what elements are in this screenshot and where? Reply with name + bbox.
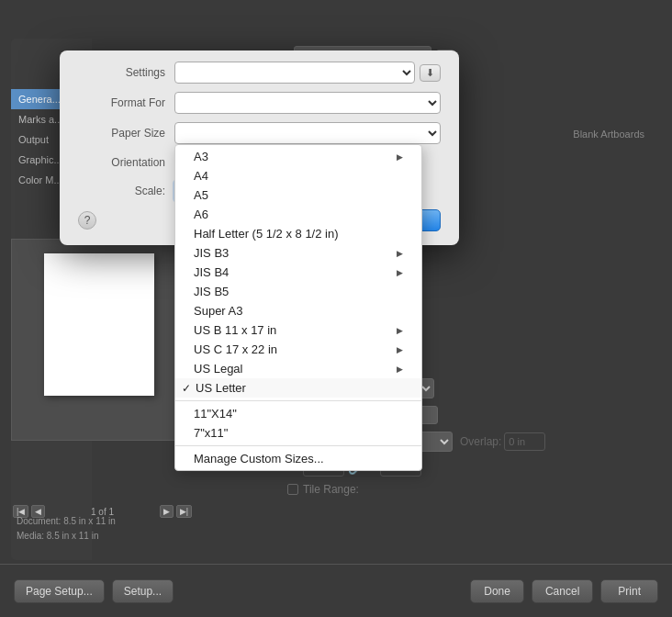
print-button[interactable]: Print — [600, 579, 658, 603]
setup-button[interactable]: Setup... — [112, 579, 174, 603]
preview-paper — [44, 253, 154, 396]
dialog-settings-icon[interactable]: ⬇ — [420, 64, 441, 82]
menu-item-manage[interactable]: Manage Custom Sizes... — [175, 449, 421, 468]
menu-item-a5[interactable]: A5 — [175, 185, 421, 205]
document-size: Document: 8.5 in x 11 in — [17, 514, 116, 529]
dialog-body: Settings ⬇ Format For Paper Size A3 ▶ A4… — [60, 50, 459, 201]
dialog-paper-size-label: Paper Size — [78, 127, 165, 140]
menu-separator-2 — [175, 445, 421, 446]
checkmark-icon: ✓ — [182, 382, 191, 395]
menu-item-usb[interactable]: US B 11 x 17 in ▶ — [175, 320, 421, 340]
menu-item-usc[interactable]: US C 17 x 22 in ▶ — [175, 340, 421, 359]
dialog-settings-row: Settings ⬇ — [78, 62, 441, 84]
menu-item-jisb4[interactable]: JIS B4 ▶ — [175, 263, 421, 282]
done-button[interactable]: Done — [470, 579, 524, 603]
menu-item-a3[interactable]: A3 ▶ — [175, 147, 421, 166]
dialog-paper-size-select[interactable] — [174, 122, 441, 144]
blank-artboards-label: Blank Artboards — [573, 129, 644, 140]
menu-item-usletter[interactable]: ✓ US Letter — [175, 378, 421, 398]
dialog-scale-label: Scale: — [78, 185, 165, 197]
dialog-format-label: Format For — [78, 96, 165, 109]
dialog-orientation-label: Orientation — [78, 156, 165, 169]
nav-next-btn[interactable]: ▶ — [160, 505, 174, 518]
menu-item-a6[interactable]: A6 — [175, 205, 421, 224]
menu-item-7x11[interactable]: 7"x11" — [175, 423, 421, 443]
paper-size-dropdown: A3 ▶ A4 A5 A6 Half Letter (5 1/2 x 8 1/2… — [174, 144, 422, 471]
tile-range-checkbox[interactable] — [287, 484, 298, 495]
menu-separator-1 — [175, 400, 421, 401]
nav-last-btn[interactable]: ▶| — [176, 505, 192, 518]
tile-range-row: Tile Range: — [197, 483, 658, 496]
arrow-icon-uslegal: ▶ — [397, 365, 403, 374]
menu-item-11x14[interactable]: 11"X14" — [175, 404, 421, 423]
overlap-label: Overlap: — [460, 435, 501, 448]
tile-range-label: Tile Range: — [303, 483, 359, 496]
dialog-format-select[interactable] — [174, 92, 441, 114]
menu-item-uslegal[interactable]: US Legal ▶ — [175, 359, 421, 378]
dialog-format-row: Format For — [78, 92, 441, 114]
dialog-settings-select[interactable] — [174, 62, 415, 84]
menu-item-jisb5[interactable]: JIS B5 — [175, 282, 421, 301]
help-button[interactable]: ? — [78, 211, 96, 230]
arrow-icon-jisb3: ▶ — [397, 249, 403, 258]
arrow-icon: ▶ — [397, 152, 403, 162]
overlap-field[interactable] — [504, 432, 545, 451]
arrow-icon-usb: ▶ — [397, 326, 403, 335]
arrow-icon-jisb4: ▶ — [397, 268, 403, 277]
menu-item-jisb3[interactable]: JIS B3 ▶ — [175, 243, 421, 263]
arrow-icon-usc: ▶ — [397, 345, 403, 354]
preview-area — [11, 239, 190, 441]
doc-info: Document: 8.5 in x 11 in Media: 8.5 in x… — [17, 514, 116, 544]
media-size: Media: 8.5 in x 11 in — [17, 529, 116, 544]
bottom-bar: Page Setup... Setup... Done Cancel Print — [0, 564, 672, 617]
menu-item-half-letter[interactable]: Half Letter (5 1/2 x 8 1/2 in) — [175, 224, 421, 243]
dialog-paper-size-row: Paper Size A3 ▶ A4 A5 A6 Half Letter (5 … — [78, 122, 441, 144]
dialog-settings-label: Settings — [78, 66, 165, 79]
print-dialog: Settings ⬇ Format For Paper Size A3 ▶ A4… — [60, 50, 459, 245]
menu-item-a4[interactable]: A4 — [175, 166, 421, 185]
page-setup-button[interactable]: Page Setup... — [14, 579, 105, 603]
menu-item-supera3[interactable]: Super A3 — [175, 301, 421, 320]
bottom-cancel-button[interactable]: Cancel — [532, 579, 593, 603]
